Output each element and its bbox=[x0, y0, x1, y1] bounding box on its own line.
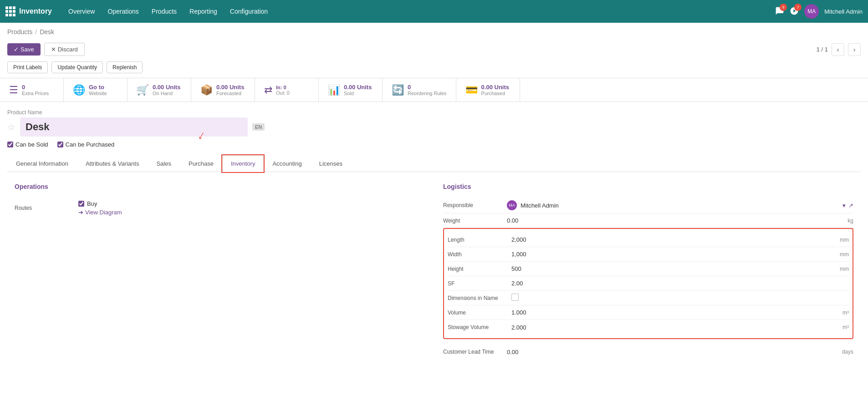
product-name-input[interactable] bbox=[20, 117, 248, 137]
sf-label: SF bbox=[448, 280, 511, 287]
stowage-unit: m³ bbox=[835, 324, 849, 330]
smart-btn-forecasted[interactable]: 📦 0.00 Units Forecasted bbox=[191, 78, 255, 101]
tab-sales[interactable]: Sales bbox=[148, 155, 180, 172]
discard-button[interactable]: ✕ Discard bbox=[44, 43, 85, 56]
smart-buttons: ☰ 0 Extra Prices 🌐 Go to Website 🛒 0.00 … bbox=[0, 78, 868, 102]
messages-icon[interactable]: 6 bbox=[775, 6, 784, 17]
volume-unit: m³ bbox=[835, 310, 849, 316]
responsible-name: Mitchell Admin bbox=[521, 202, 559, 209]
stowage-field: Stowage Volume 2.000 m³ bbox=[448, 320, 849, 335]
main-nav: Overview Operations Products Reporting C… bbox=[63, 4, 775, 19]
smart-btn-extra-prices[interactable]: ☰ 0 Extra Prices bbox=[0, 78, 64, 101]
smart-btn-reordering[interactable]: 🔄 0 Reordering Rules bbox=[383, 78, 456, 101]
tab-attributes-variants[interactable]: Attributes & Variants bbox=[77, 155, 148, 172]
top-nav: Inventory Overview Operations Products R… bbox=[0, 0, 868, 23]
toolbar: Print Labels Update Quantity Replenish bbox=[0, 60, 868, 78]
smart-btn-on-hand[interactable]: 🛒 0.00 Units On Hand bbox=[128, 78, 191, 101]
nav-products[interactable]: Products bbox=[146, 4, 182, 19]
smart-btn-sold[interactable]: 📊 0.00 Units Sold bbox=[319, 78, 383, 101]
activities-badge: 7 bbox=[794, 4, 802, 11]
width-unit: mm bbox=[835, 251, 849, 258]
two-col-layout: Operations Routes Buy ➜ View Diagram bbox=[15, 183, 853, 359]
pager-text: 1 / 1 bbox=[817, 46, 828, 53]
responsible-label: Responsible bbox=[443, 202, 507, 208]
arrow-icon: ➜ bbox=[78, 209, 83, 216]
length-value: 2,000 bbox=[511, 236, 526, 243]
reorder-icon: 🔄 bbox=[392, 84, 404, 96]
nav-reporting[interactable]: Reporting bbox=[184, 4, 223, 19]
lead-time-label: Customer Lead Time bbox=[443, 349, 507, 355]
messages-badge: 6 bbox=[780, 4, 787, 11]
routes-field: Routes Buy ➜ View Diagram bbox=[15, 198, 425, 218]
can-be-purchased-checkbox[interactable]: Can be Purchased bbox=[57, 141, 115, 148]
replenish-button[interactable]: Replenish bbox=[107, 61, 143, 73]
app-icon[interactable]: Inventory bbox=[5, 6, 52, 16]
nav-overview[interactable]: Overview bbox=[63, 4, 100, 19]
pager: 1 / 1 ‹ › bbox=[817, 43, 861, 56]
breadcrumb-sep: / bbox=[35, 28, 37, 36]
tab-purchase[interactable]: Purchase bbox=[180, 155, 222, 172]
print-labels-button[interactable]: Print Labels bbox=[7, 61, 48, 73]
product-name-label: Product Name bbox=[7, 109, 861, 116]
buy-checkbox[interactable] bbox=[78, 201, 84, 207]
dim-in-name-checkbox[interactable] bbox=[511, 294, 519, 301]
discard-icon: ✕ bbox=[51, 46, 56, 53]
form-body: Product Name ☆ EN Can be Sold Can be Pur… bbox=[0, 102, 868, 370]
can-be-sold-checkbox[interactable]: Can be Sold bbox=[7, 141, 48, 148]
pager-next[interactable]: › bbox=[848, 43, 861, 56]
volume-value: 1.000 bbox=[511, 309, 526, 316]
tab-general-information[interactable]: General Information bbox=[7, 155, 77, 172]
length-field: Length 2,000 mm bbox=[448, 233, 849, 247]
dim-in-name-label: Dimensions in Name bbox=[448, 295, 511, 301]
forecast-icon: 📦 bbox=[200, 84, 213, 96]
purchase-icon: 💳 bbox=[465, 84, 478, 96]
lead-time-value: 0.00 bbox=[507, 349, 518, 355]
smart-btn-website[interactable]: 🌐 Go to Website bbox=[64, 78, 128, 101]
tab-inventory[interactable]: Inventory bbox=[222, 155, 264, 172]
buy-route: Buy bbox=[78, 200, 425, 207]
weight-field: Weight 0.00 kg bbox=[443, 213, 853, 228]
responsible-field: Responsible MA Mitchell Admin ▾ ↗ bbox=[443, 198, 853, 213]
save-button[interactable]: ✓ Save bbox=[7, 43, 41, 56]
stowage-label: Stowage Volume bbox=[448, 324, 511, 330]
lang-badge[interactable]: EN bbox=[252, 123, 265, 131]
breadcrumb-current: Desk bbox=[40, 28, 54, 36]
product-name-row: ☆ EN bbox=[7, 117, 861, 137]
sf-value: 2.00 bbox=[511, 280, 523, 287]
tab-licenses[interactable]: Licenses bbox=[311, 155, 351, 172]
view-diagram-link[interactable]: ➜ View Diagram bbox=[78, 209, 425, 216]
grid-icon bbox=[5, 6, 15, 16]
action-bar: ✓ Save ✕ Discard 1 / 1 ‹ › bbox=[0, 39, 868, 60]
tabs: General Information Attributes & Variant… bbox=[7, 155, 861, 172]
page: Products / Desk ✓ Save ✕ Discard 1 / 1 ‹… bbox=[0, 23, 868, 411]
pager-prev[interactable]: ‹ bbox=[832, 43, 844, 56]
update-quantity-button[interactable]: Update Quantity bbox=[51, 61, 103, 73]
breadcrumb: Products / Desk bbox=[0, 23, 868, 39]
operations-section: Operations Routes Buy ➜ View Diagram bbox=[15, 183, 425, 359]
external-link-icon[interactable]: ↗ bbox=[848, 202, 853, 209]
stowage-value: 2.000 bbox=[511, 324, 526, 331]
tab-accounting[interactable]: Accounting bbox=[264, 155, 310, 172]
dropdown-icon[interactable]: ▾ bbox=[842, 202, 846, 209]
avatar[interactable]: MA bbox=[804, 4, 819, 19]
height-value: 500 bbox=[511, 265, 521, 272]
width-field: Width 1,000 mm bbox=[448, 247, 849, 262]
logistics-dimensions-box: Length 2,000 mm Width 1,000 mm bbox=[443, 228, 853, 339]
weight-unit: kg bbox=[840, 218, 853, 224]
buy-label: Buy bbox=[87, 200, 97, 207]
save-icon: ✓ bbox=[14, 46, 19, 53]
volume-field: Volume 1.000 m³ bbox=[448, 305, 849, 320]
favorite-icon[interactable]: ☆ bbox=[7, 122, 15, 132]
nav-operations[interactable]: Operations bbox=[102, 4, 144, 19]
routes-label: Routes bbox=[15, 205, 78, 211]
breadcrumb-parent[interactable]: Products bbox=[7, 28, 32, 36]
height-unit: mm bbox=[835, 266, 849, 272]
smart-btn-in-out[interactable]: ⇄ In: 0 Out: 0 bbox=[255, 78, 319, 101]
smart-btn-purchased[interactable]: 💳 0.00 Units Purchased bbox=[456, 78, 520, 101]
chart-icon: 📊 bbox=[328, 84, 340, 96]
activities-icon[interactable]: 7 bbox=[790, 6, 799, 17]
app-title: Inventory bbox=[19, 7, 52, 15]
length-unit: mm bbox=[835, 237, 849, 243]
nav-configuration[interactable]: Configuration bbox=[225, 4, 273, 19]
height-field: Height 500 mm bbox=[448, 262, 849, 276]
